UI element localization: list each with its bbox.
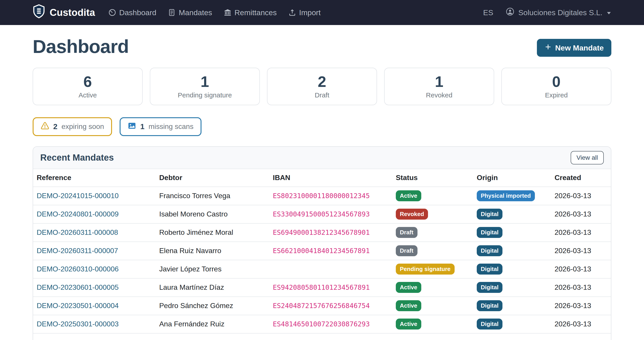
mandate-reference-link[interactable]: DEMO-20230601-000005 — [37, 283, 118, 291]
stat-card-pending-signature: 1 Pending signature — [150, 68, 260, 105]
status-badge: Revoked — [396, 209, 428, 220]
iban-value: ES4814650100722030876293 — [273, 320, 396, 328]
warning-triangle-icon — [41, 121, 49, 132]
stat-label: Active — [78, 91, 97, 99]
iban-value: ES8023100001180000012345 — [273, 192, 396, 200]
table-row: DEMO-20230501-000004Pedro Sánchez GómezE… — [33, 297, 611, 315]
debtor-name: Elena Ruiz Navarro — [159, 247, 273, 255]
mandate-reference-link[interactable]: DEMO-20260311-000008 — [37, 228, 118, 236]
status-badge: Pending signature — [396, 264, 454, 275]
origin-badge: Digital — [477, 245, 502, 256]
created-date: 2026-03-13 — [554, 265, 611, 273]
iban-value: ES6621000418401234567891 — [273, 247, 396, 255]
origin-badge: Digital — [477, 227, 502, 238]
missing-scans-label: missing scans — [148, 122, 194, 131]
created-date: 2026-03-13 — [554, 302, 611, 310]
stat-card-expired: 0 Expired — [501, 68, 611, 105]
table-header-row: Reference Debtor IBAN Status Origin Crea… — [33, 169, 611, 187]
iban-value: ES6949000138212345678901 — [273, 229, 396, 236]
stat-label: Revoked — [426, 91, 452, 99]
status-badge: Active — [396, 300, 421, 311]
column-header-status: Status — [396, 174, 477, 182]
main-nav: Dashboard Mandates — [108, 8, 321, 17]
origin-badge: Physical imported — [477, 190, 535, 201]
missing-scans-alert[interactable]: 1 missing scans — [120, 117, 202, 136]
stats-row: 6 Active 1 Pending signature 2 Draft 1 R… — [33, 68, 611, 105]
iban-value: ES3300491500051234567893 — [273, 210, 396, 218]
brand-name: Custodita — [50, 7, 95, 18]
table-row: DEMO-20260311-000008Roberto Jiménez Mora… — [33, 224, 611, 242]
view-all-button[interactable]: View all — [571, 151, 604, 164]
shield-logo-icon — [33, 4, 45, 21]
debtor-name: Pedro Sánchez Gómez — [159, 302, 273, 310]
stat-label: Expired — [545, 91, 568, 99]
stat-value: 2 — [318, 74, 326, 89]
origin-badge: Digital — [477, 300, 502, 311]
recent-mandates-card: Recent Mandates View all Reference Debto… — [33, 146, 611, 340]
table-row: DEMO-20260310-000006Javier López TorresP… — [33, 260, 611, 279]
image-icon — [128, 121, 136, 132]
mandate-reference-link[interactable]: DEMO-20250301-000003 — [37, 320, 118, 328]
mandate-reference-link[interactable]: DEMO-20260310-000006 — [37, 265, 118, 273]
origin-badge: Digital — [477, 319, 502, 330]
mandate-reference-link[interactable]: DEMO-20230501-000004 — [37, 302, 118, 310]
table-body: DEMO-20241015-000010Francisco Torres Veg… — [33, 187, 611, 334]
nav-item-import[interactable]: Import — [288, 8, 321, 17]
status-badge: Draft — [396, 245, 418, 256]
iban-value: ES9420805801101234567891 — [273, 284, 396, 291]
expiring-soon-count: 2 — [53, 122, 58, 131]
expiring-soon-label: expiring soon — [62, 122, 104, 131]
column-header-debtor: Debtor — [159, 174, 273, 182]
column-header-iban: IBAN — [273, 174, 396, 182]
table-row: DEMO-20240801-000009Isabel Moreno Castro… — [33, 205, 611, 224]
nav-item-mandates[interactable]: Mandates — [168, 8, 212, 17]
account-name: Soluciones Digitales S.L. — [518, 8, 602, 17]
stat-card-draft: 2 Draft — [267, 68, 377, 105]
debtor-name: Roberto Jiménez Moral — [159, 228, 273, 237]
table-overflow-area — [33, 334, 611, 340]
expiring-soon-alert[interactable]: 2 expiring soon — [33, 117, 112, 136]
language-switcher[interactable]: ES — [483, 8, 493, 17]
created-date: 2026-03-13 — [554, 192, 611, 200]
table-row: DEMO-20230601-000005Laura Martínez DíazE… — [33, 279, 611, 297]
table-row: DEMO-20260311-000007Elena Ruiz NavarroES… — [33, 242, 611, 260]
stat-card-active: 6 Active — [33, 68, 143, 105]
column-header-origin: Origin — [477, 174, 554, 182]
status-badge: Draft — [396, 227, 418, 238]
alerts-row: 2 expiring soon 1 missing scans — [33, 117, 611, 136]
created-date: 2026-03-13 — [554, 320, 611, 328]
nav-item-dashboard[interactable]: Dashboard — [108, 8, 156, 17]
created-date: 2026-03-13 — [554, 283, 611, 292]
new-mandate-button[interactable]: New Mandate — [537, 39, 611, 57]
created-date: 2026-03-13 — [554, 210, 611, 218]
stat-value: 1 — [435, 74, 444, 89]
upload-icon — [288, 9, 296, 16]
recent-mandates-title: Recent Mandates — [40, 153, 114, 163]
debtor-name: Francisco Torres Vega — [159, 192, 273, 200]
status-badge: Active — [396, 319, 421, 330]
account-menu[interactable]: Soluciones Digitales S.L. — [506, 7, 611, 18]
table-row: DEMO-20241015-000010Francisco Torres Veg… — [33, 187, 611, 205]
mandates-table: Reference Debtor IBAN Status Origin Crea… — [33, 169, 611, 340]
nav-item-remittances[interactable]: Remittances — [224, 8, 277, 17]
bank-icon — [224, 9, 232, 16]
person-circle-icon — [506, 7, 514, 18]
page-title: Dashboard — [33, 36, 129, 57]
created-date: 2026-03-13 — [554, 247, 611, 255]
speedometer-icon — [108, 9, 116, 16]
brand-home-link[interactable]: Custodita — [33, 4, 95, 21]
document-icon — [168, 9, 176, 16]
mandate-reference-link[interactable]: DEMO-20260311-000007 — [37, 247, 118, 255]
stat-value: 0 — [552, 74, 560, 89]
stat-value: 6 — [84, 74, 92, 89]
mandate-reference-link[interactable]: DEMO-20240801-000009 — [37, 210, 118, 218]
mandate-reference-link[interactable]: DEMO-20241015-000010 — [37, 192, 118, 200]
top-navbar: Custodita Dashboard — [0, 0, 644, 25]
origin-badge: Digital — [477, 282, 502, 293]
stat-value: 1 — [200, 74, 209, 89]
origin-badge: Digital — [477, 264, 502, 275]
stat-label: Draft — [314, 91, 329, 99]
status-badge: Active — [396, 282, 421, 293]
origin-badge: Digital — [477, 209, 502, 220]
debtor-name: Javier López Torres — [159, 265, 273, 273]
